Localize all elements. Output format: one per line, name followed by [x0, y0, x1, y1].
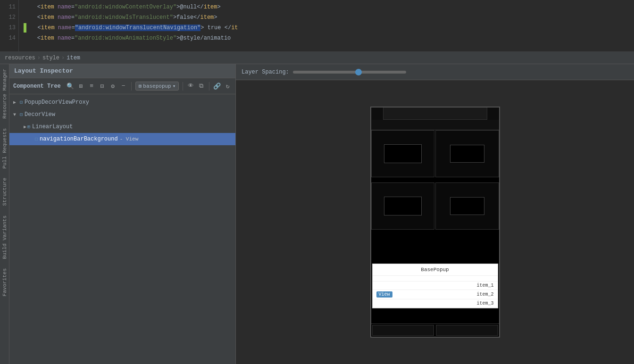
- component-tree-area: ▶ ⊡ PopupDecorViewProxy ▼ ⊡ DecorView ▶ …: [9, 94, 235, 364]
- toolbar-divider-3: [209, 82, 209, 91]
- component-tree-toolbar: Component Tree 🔍 ⊞ ≡ ⊟ ⚙ − ⊞ basepopup ▾…: [9, 78, 235, 94]
- main-area: Resource Manager Pull Requests Structure…: [0, 64, 634, 364]
- code-content: <item name="android:windowContentOverlay…: [19, 0, 634, 51]
- view-badge: View: [376, 291, 392, 298]
- phone-nav-bar: [371, 323, 499, 337]
- node-icon-popup-decor: ⊡: [20, 99, 23, 105]
- refresh-icon-btn[interactable]: ↻: [224, 82, 232, 91]
- layer-spacing-bar: Layer Spacing:: [236, 64, 634, 80]
- eye-icon-btn[interactable]: 👁: [187, 82, 195, 91]
- phone-cell-3: [371, 182, 435, 230]
- nav-btn-2: [436, 325, 498, 336]
- minus-icon-btn[interactable]: −: [119, 82, 127, 91]
- node-icon-decor-view: ⊡: [20, 112, 23, 117]
- right-panel: Layer Spacing:: [236, 64, 634, 364]
- copy-icon-btn[interactable]: ⧉: [198, 82, 206, 91]
- phone-frame: BasePopup item_1 View item_2 item_3: [370, 107, 500, 338]
- tree-node-decor-view[interactable]: ▼ ⊡ DecorView: [9, 108, 235, 121]
- phone-top-left: [371, 108, 384, 120]
- phone-popup: BasePopup item_1 View item_2 item_3: [372, 264, 498, 308]
- sidebar-tab-pull-requests[interactable]: Pull Requests: [0, 124, 9, 174]
- sidebar-tab-build-variants[interactable]: Build Variants: [0, 211, 9, 264]
- left-panel: Layout Inspector Component Tree 🔍 ⊞ ≡ ⊟ …: [9, 64, 236, 364]
- phone-cell-1: [371, 130, 435, 177]
- phone-cell-2: [435, 130, 499, 177]
- phone-top-bar: [371, 108, 499, 120]
- phone-cell-4: [435, 182, 499, 230]
- search-icon-btn[interactable]: 🔍: [67, 82, 75, 91]
- phone-top-right: [487, 108, 499, 120]
- code-line-11: <item name="android:windowContentOverlay…: [24, 2, 629, 12]
- toolbar-divider-1: [131, 82, 132, 91]
- expand-arrow-popup-decor: ▶: [13, 99, 20, 105]
- tree-node-linear-layout[interactable]: ▶ ⊞ LinearLayout: [9, 121, 235, 133]
- tree-node-popup-decor[interactable]: ▶ ⊡ PopupDecorViewProxy: [9, 96, 235, 108]
- layer-spacing-slider[interactable]: [293, 71, 406, 74]
- line-numbers: 11 12 13 14: [0, 0, 19, 51]
- node-name-nav-bar: navigationBarBackground: [40, 136, 118, 142]
- breadcrumb-style[interactable]: style: [42, 55, 59, 61]
- align-icon-btn[interactable]: ≡: [88, 82, 96, 91]
- code-line-12: <item name="android:windowIsTranslucent"…: [24, 12, 629, 23]
- phone-cell-inner-3: [384, 197, 422, 215]
- node-icon-nav-bar: □: [35, 137, 38, 142]
- sidebar-tab-favorites[interactable]: Favorites: [0, 264, 9, 301]
- settings-icon-btn[interactable]: ⚙: [109, 82, 117, 91]
- code-line-13: <item name="android:windowTranslucentNav…: [24, 23, 629, 33]
- expand-arrow-nav-bar: [28, 137, 35, 142]
- slider-thumb[interactable]: [355, 69, 362, 75]
- distribute-icon-btn[interactable]: ⊟: [98, 82, 106, 91]
- nav-btn-1: [372, 325, 434, 336]
- phone-cell-inner-4: [450, 197, 484, 215]
- code-editor: 11 12 13 14 <item name="android:windowCo…: [0, 0, 634, 52]
- phone-cell-inner-2: [450, 145, 484, 162]
- layer-spacing-label: Layer Spacing:: [242, 69, 289, 75]
- toolbar-divider-2: [183, 82, 183, 91]
- chevron-down-icon: ▾: [173, 83, 176, 89]
- breadcrumb: resources › style › item: [0, 52, 634, 64]
- dropdown-label: basepopup: [143, 83, 171, 89]
- popup-header: BasePopup: [373, 264, 498, 276]
- node-name-linear-layout: LinearLayout: [32, 124, 73, 130]
- expand-arrow-linear-layout: ▶: [21, 124, 27, 130]
- breadcrumb-item[interactable]: item: [67, 55, 80, 61]
- dropdown-icon: ⊞: [139, 83, 142, 89]
- popup-item-2: View item_2: [373, 290, 498, 299]
- sidebar-tab-structure[interactable]: Structure: [0, 173, 9, 210]
- node-name-decor-view: DecorView: [25, 111, 55, 118]
- preview-canvas: BasePopup item_1 View item_2 item_3: [236, 80, 634, 364]
- link-icon-btn[interactable]: 🔗: [213, 82, 221, 91]
- popup-empty-row-1: [373, 276, 498, 281]
- popup-item-3: item_3: [373, 299, 498, 308]
- layout-inspector-title: Layout Inspector: [14, 67, 73, 74]
- phone-content-bar: [371, 120, 499, 130]
- phone-cell-inner-1: [384, 144, 422, 163]
- popup-item-1: item_1: [373, 281, 498, 290]
- tree-node-nav-bar[interactable]: □ navigationBarBackground - View: [9, 133, 235, 145]
- sidebar-tab-resource-manager[interactable]: Resource Manager: [0, 64, 9, 124]
- basepopup-dropdown[interactable]: ⊞ basepopup ▾: [135, 82, 179, 91]
- node-name-popup-decor: PopupDecorViewProxy: [25, 99, 89, 106]
- layout-inspector-header: Layout Inspector: [9, 64, 235, 78]
- node-type-nav-bar: - View: [120, 136, 139, 142]
- expand-arrow-decor-view: ▼: [13, 112, 20, 117]
- code-line-14: <item name="android:windowAnimationStyle…: [24, 33, 629, 43]
- filter-icon-btn[interactable]: ⊞: [77, 82, 85, 91]
- phone-grid: [371, 130, 499, 234]
- breadcrumb-resources[interactable]: resources: [5, 55, 35, 61]
- component-tree-label: Component Tree: [13, 83, 61, 90]
- left-sidebar-tabs: Resource Manager Pull Requests Structure…: [0, 64, 9, 364]
- node-icon-linear-layout: ⊞: [27, 124, 30, 130]
